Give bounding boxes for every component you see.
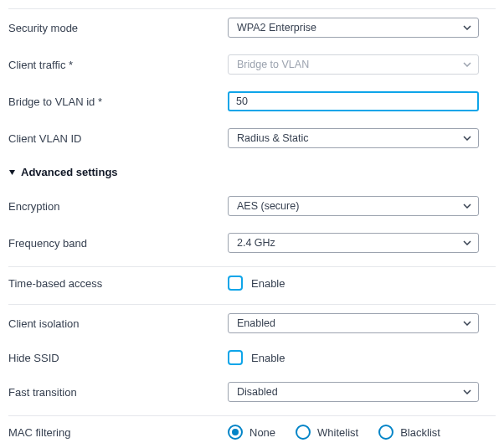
radio-label: Blacklist [400, 426, 440, 439]
advanced-settings-label: Advanced settings [21, 166, 118, 178]
row-encryption: Encryption AES (secure) [8, 188, 496, 224]
label-hide-ssid: Hide SSID [8, 352, 228, 364]
radio-label: Whitelist [317, 426, 358, 439]
label-fast-transition: Fast transition [8, 386, 228, 399]
select-fast-transition[interactable]: Disabled [228, 382, 479, 402]
select-value: Bridge to VLAN [237, 59, 309, 70]
row-client-vlan-id: Client VLAN ID Radius & Static [8, 120, 496, 157]
label-time-based-access: Time-based access [8, 277, 228, 290]
radio-group-mac-filtering: None Whitelist Blacklist [228, 425, 440, 440]
label-client-isolation: Client isolation [8, 317, 228, 330]
advanced-settings-header[interactable]: Advanced settings [8, 157, 496, 188]
select-value: WPA2 Enterprise [237, 22, 316, 33]
row-mac-filtering: MAC filtering None Whitelist Blacklist [8, 416, 496, 443]
checkbox-hide-ssid[interactable] [228, 350, 243, 365]
radio-none[interactable]: None [228, 425, 275, 440]
chevron-down-icon [463, 25, 471, 30]
select-value: Enabled [237, 317, 275, 329]
row-client-isolation: Client isolation Enabled [8, 305, 496, 342]
checkbox-time-based-access[interactable] [228, 276, 243, 291]
radio-icon [296, 425, 311, 440]
row-frequency-band: Frequency band 2.4 GHz [8, 224, 496, 261]
radio-icon [378, 425, 393, 440]
label-security-mode: Security mode [8, 22, 228, 34]
select-frequency-band[interactable]: 2.4 GHz [228, 233, 479, 253]
row-bridge-vlan-id: Bridge to VLAN id * [8, 83, 496, 120]
label-encryption: Encryption [8, 200, 228, 213]
select-value: 2.4 GHz [237, 237, 275, 249]
chevron-down-icon [463, 389, 471, 394]
select-security-mode[interactable]: WPA2 Enterprise [228, 18, 479, 38]
checkbox-label: Enable [251, 352, 285, 364]
row-client-traffic: Client traffic * Bridge to VLAN [8, 46, 496, 83]
row-security-mode: Security mode WPA2 Enterprise [8, 9, 496, 46]
label-client-vlan-id: Client VLAN ID [8, 132, 228, 145]
row-fast-transition: Fast transition Disabled [8, 373, 496, 410]
input-bridge-vlan-id[interactable] [228, 91, 479, 111]
row-hide-ssid: Hide SSID Enable [8, 342, 496, 373]
chevron-down-icon [463, 203, 471, 209]
checkbox-label: Enable [251, 277, 285, 290]
select-client-isolation[interactable]: Enabled [228, 313, 479, 333]
radio-icon [228, 425, 243, 440]
radio-label: None [249, 426, 275, 439]
select-value: AES (secure) [237, 200, 299, 212]
chevron-down-icon [463, 136, 471, 141]
chevron-down-icon [463, 321, 471, 326]
select-client-traffic: Bridge to VLAN [228, 54, 479, 75]
label-mac-filtering: MAC filtering [8, 426, 228, 439]
label-bridge-vlan-id: Bridge to VLAN id * [8, 95, 228, 108]
label-frequency-band: Frequency band [8, 237, 228, 250]
chevron-down-icon [463, 62, 471, 67]
select-value: Disabled [237, 386, 278, 398]
select-encryption[interactable]: AES (secure) [228, 196, 479, 216]
radio-whitelist[interactable]: Whitelist [296, 425, 358, 440]
triangle-down-icon [8, 166, 16, 178]
select-value: Radius & Static [237, 132, 308, 144]
chevron-down-icon [463, 240, 471, 245]
radio-blacklist[interactable]: Blacklist [378, 425, 440, 440]
row-time-based-access: Time-based access Enable [8, 267, 496, 299]
label-client-traffic: Client traffic * [8, 59, 228, 71]
select-client-vlan-id[interactable]: Radius & Static [228, 128, 479, 148]
